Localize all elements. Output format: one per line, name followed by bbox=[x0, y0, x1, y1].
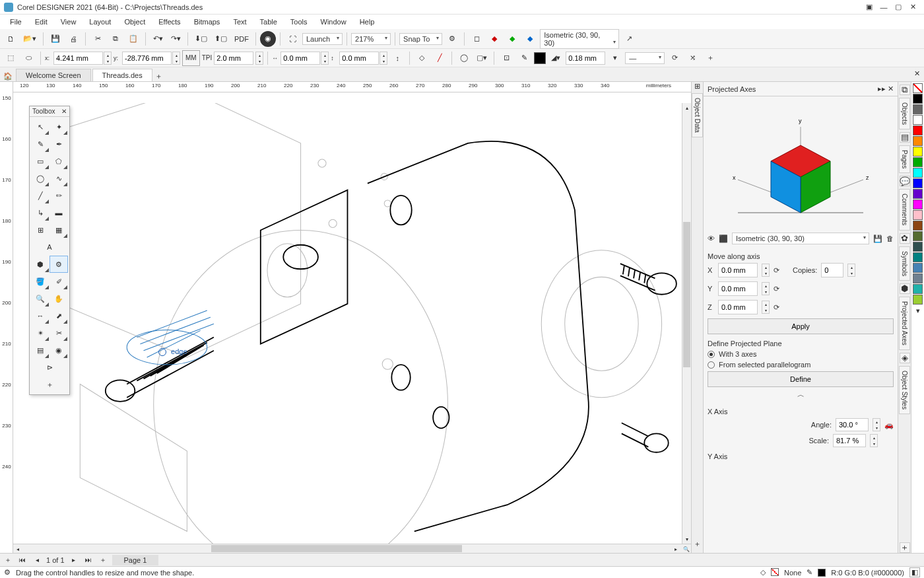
preset-dropdown[interactable]: Isometric (30, 90, 30) bbox=[732, 233, 869, 244]
graph-tool-icon[interactable]: ▦ bbox=[50, 221, 68, 238]
fill-none-swatch[interactable] bbox=[771, 568, 779, 576]
projection-settings-icon[interactable]: ↗ bbox=[621, 31, 637, 47]
projection-dropdown[interactable]: Isometric (30, 90, 30) bbox=[540, 29, 619, 49]
close-tab-icon[interactable]: ✕ bbox=[914, 69, 920, 78]
table-tool-icon[interactable]: ⊞ bbox=[31, 221, 50, 238]
line-style-dropdown[interactable]: — bbox=[625, 52, 665, 64]
color-swatch[interactable] bbox=[913, 147, 923, 157]
rounded-icon[interactable]: ▢▾ bbox=[474, 50, 490, 66]
full-screen-icon[interactable]: ⛶ bbox=[284, 31, 300, 47]
line-tool-icon[interactable]: ╱ bbox=[31, 187, 50, 204]
be-tool-icon[interactable]: ⊳ bbox=[31, 359, 68, 376]
axis-z-spinner[interactable]: ▴▾ bbox=[762, 301, 770, 314]
ellipse-icon[interactable]: ◯ bbox=[456, 50, 472, 66]
launch-dropdown[interactable]: Launch bbox=[302, 33, 343, 45]
color-swatch[interactable] bbox=[913, 178, 923, 188]
plus-icon[interactable]: ＋ bbox=[694, 539, 701, 549]
scroll-up-icon[interactable]: ▴ bbox=[682, 103, 691, 112]
export-icon[interactable]: ⬆▢ bbox=[212, 31, 230, 47]
redo-icon[interactable]: ↷▾ bbox=[168, 31, 183, 47]
projaxes-icon[interactable]: ⬢ bbox=[900, 283, 910, 294]
fill-icon[interactable]: ◇ bbox=[414, 50, 430, 66]
objects-icon[interactable]: ⧉ bbox=[900, 85, 910, 95]
grid-icon[interactable]: ⊞ bbox=[694, 82, 700, 90]
symbols-icon[interactable]: ✿ bbox=[900, 233, 910, 244]
pages-icon[interactable]: ▤ bbox=[900, 132, 910, 143]
settings-icon[interactable]: ⚙ bbox=[444, 31, 460, 47]
polygon-tool-icon[interactable]: ⬠ bbox=[50, 153, 68, 170]
objstyles-icon[interactable]: ◈ bbox=[900, 353, 910, 363]
eye-icon[interactable]: 👁 bbox=[708, 235, 715, 242]
connect-icon[interactable]: ⤨ bbox=[684, 50, 700, 66]
sidetab-pages[interactable]: Pages bbox=[899, 145, 910, 173]
vscroll-thumb[interactable] bbox=[683, 222, 690, 367]
sidetab-symbols[interactable]: Symbols bbox=[899, 246, 910, 281]
print-icon[interactable]: 🖨 bbox=[65, 31, 81, 47]
tpi-spinner[interactable]: ▴▾ bbox=[255, 52, 263, 65]
y-coord-input[interactable] bbox=[122, 52, 172, 65]
scroll-down-icon[interactable]: ▾ bbox=[682, 534, 691, 544]
last-page-icon[interactable]: ⏭ bbox=[83, 555, 94, 565]
callout-tool-icon[interactable]: ⬈ bbox=[50, 307, 68, 324]
no-color-swatch[interactable] bbox=[913, 83, 923, 93]
front-plane-icon[interactable]: ◆ bbox=[504, 31, 520, 47]
color-swatch[interactable] bbox=[913, 126, 923, 135]
menu-table[interactable]: Table bbox=[254, 16, 283, 28]
axis-x-spinner[interactable]: ▴▾ bbox=[762, 264, 770, 277]
outline-color-swatch[interactable] bbox=[534, 52, 546, 64]
color-swatch[interactable] bbox=[913, 273, 923, 283]
hscroll-thumb[interactable] bbox=[211, 545, 462, 552]
axis-z-input[interactable] bbox=[718, 300, 758, 314]
copies-spinner[interactable]: ▴▾ bbox=[847, 264, 855, 277]
color-swatch[interactable] bbox=[913, 94, 923, 104]
object-data-tab[interactable]: Object Data bbox=[692, 93, 703, 137]
save-preset-icon[interactable]: 💾 bbox=[873, 235, 882, 243]
tab-welcome[interactable]: Welcome Screen bbox=[16, 69, 91, 81]
spiral-tool-icon[interactable]: ◉ bbox=[50, 342, 68, 359]
cut-icon[interactable]: ✂ bbox=[90, 31, 106, 47]
color-swatch[interactable] bbox=[913, 242, 923, 252]
menu-file[interactable]: File bbox=[4, 16, 28, 28]
menu-layout[interactable]: Layout bbox=[83, 16, 117, 28]
transparency-tool-icon[interactable]: ▤ bbox=[31, 342, 50, 359]
new-tab-icon[interactable]: ＋ bbox=[154, 71, 164, 81]
reset-y-icon[interactable]: ⟳ bbox=[774, 285, 779, 293]
h-spinner[interactable]: ▴▾ bbox=[380, 52, 387, 65]
text-tool-icon[interactable]: A bbox=[31, 238, 68, 256]
color-swatch[interactable] bbox=[913, 104, 923, 114]
x-spinner[interactable]: ▴▾ bbox=[104, 52, 112, 65]
hub-icon[interactable]: ◉ bbox=[260, 31, 276, 47]
vertical-scrollbar[interactable]: ▴ ▾ bbox=[682, 103, 691, 544]
no-fill-icon[interactable]: ╱ bbox=[432, 50, 447, 66]
canvas[interactable]: Toolbox ✕ ↖ ✦ ✎ ✒ ▭ ⬠ ◯ ∿ ╱ ✏ ↳ ▬ ⊞ bbox=[13, 92, 691, 544]
ellipse-tool-icon[interactable]: ◯ bbox=[31, 170, 50, 187]
lock-ratio-icon[interactable]: ↕ bbox=[389, 50, 405, 66]
new-icon[interactable]: 🗋 bbox=[3, 31, 18, 47]
rectangle-tool-icon[interactable]: ▭ bbox=[31, 153, 50, 170]
eraser-tool-icon[interactable]: ▬ bbox=[50, 204, 68, 221]
copy-icon[interactable]: ⧉ bbox=[108, 31, 123, 47]
outline-width-input[interactable] bbox=[566, 52, 605, 65]
color-swatch[interactable] bbox=[913, 168, 923, 178]
fill-tool-icon[interactable]: 🪣 bbox=[31, 273, 50, 290]
orthographic-icon[interactable]: ◻ bbox=[469, 31, 484, 47]
open-icon[interactable]: 📂▾ bbox=[20, 31, 39, 47]
close-icon[interactable]: ✕ bbox=[906, 1, 920, 13]
minimize-icon[interactable]: — bbox=[876, 1, 891, 13]
eyedropper-tool-icon[interactable]: ✐ bbox=[50, 273, 68, 290]
page-tab[interactable]: Page 1 bbox=[112, 555, 159, 565]
tab-document[interactable]: Threads.des bbox=[92, 69, 152, 81]
units-mm-button[interactable]: MM bbox=[182, 50, 200, 66]
import-icon[interactable]: ⬇▢ bbox=[192, 31, 210, 47]
add-page-icon[interactable]: ＋ bbox=[3, 555, 13, 565]
3d-tool-icon[interactable]: ⬢ bbox=[31, 256, 50, 273]
add-docker-icon[interactable]: ＋ bbox=[900, 542, 910, 553]
width-input[interactable] bbox=[280, 52, 320, 65]
add-page-after-icon[interactable]: ＋ bbox=[98, 555, 108, 565]
undo-icon[interactable]: ↶▾ bbox=[150, 31, 166, 47]
define-button[interactable]: Define bbox=[708, 371, 894, 387]
menu-object[interactable]: Object bbox=[118, 16, 151, 28]
outline-color-indicator[interactable] bbox=[818, 569, 826, 577]
xaxis-picker-icon[interactable]: 🚗 bbox=[884, 421, 894, 429]
axis-x-input[interactable] bbox=[718, 263, 758, 277]
